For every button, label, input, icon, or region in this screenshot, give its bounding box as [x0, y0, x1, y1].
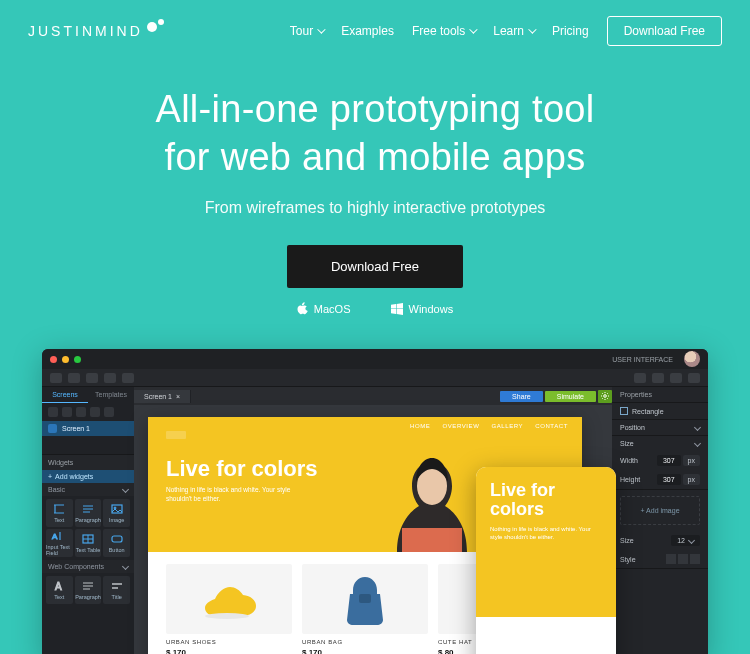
widget-table[interactable]: Text Table	[75, 529, 102, 557]
hero: All-in-one prototyping tool for web and …	[0, 86, 750, 315]
rectangle-icon	[620, 407, 628, 415]
toolbar-button[interactable]	[652, 373, 664, 383]
position-group[interactable]: Position	[612, 420, 708, 435]
apple-icon	[297, 302, 308, 315]
canvas-tab[interactable]: Screen 1 ×	[134, 390, 191, 403]
avatar[interactable]	[684, 351, 700, 367]
nav-pricing[interactable]: Pricing	[552, 24, 589, 38]
logo-dot-icon	[158, 19, 164, 25]
category-label: Web Components	[48, 563, 104, 570]
close-icon[interactable]	[50, 356, 57, 363]
site-nav-item[interactable]: OVERVIEW	[442, 423, 479, 429]
nav-examples[interactable]: Examples	[341, 24, 394, 38]
toolbar-button[interactable]	[86, 373, 98, 383]
product-card[interactable]: URBAN BAG $ 170	[302, 564, 428, 654]
size-group[interactable]: Size	[612, 436, 708, 451]
toolbar-button[interactable]	[122, 373, 134, 383]
screen-item[interactable]: Screen 1	[42, 421, 134, 436]
widget-text[interactable]: AText	[46, 576, 73, 604]
settings-button[interactable]	[598, 390, 612, 403]
add-image-button[interactable]: + Add image	[620, 496, 700, 525]
height-input[interactable]: 307	[657, 474, 681, 485]
chevron-down-icon	[469, 25, 477, 33]
widget-image[interactable]: Image	[103, 499, 130, 527]
toolbar-button[interactable]	[76, 407, 86, 417]
size-select[interactable]: 12	[671, 535, 700, 546]
style-button[interactable]	[666, 554, 676, 564]
hero-download-button[interactable]: Download Free	[287, 245, 463, 288]
svg-rect-0	[112, 505, 122, 513]
category-basic[interactable]: Basic	[42, 483, 134, 496]
width-input[interactable]: 307	[657, 455, 681, 466]
maximize-icon[interactable]	[74, 356, 81, 363]
toolbar-button[interactable]	[670, 373, 682, 383]
add-widgets-button[interactable]: + Add widgets	[42, 470, 134, 483]
field-label: Height	[620, 476, 640, 483]
widget-paragraph[interactable]: Paragraph	[75, 576, 102, 604]
style-button[interactable]	[678, 554, 688, 564]
widget-paragraph[interactable]: Paragraph	[75, 499, 102, 527]
widget-title[interactable]: Title	[103, 576, 130, 604]
download-free-button[interactable]: Download Free	[607, 16, 722, 46]
style-button[interactable]	[690, 554, 700, 564]
chevron-down-icon	[122, 563, 129, 570]
screen-label: Screen 1	[62, 425, 90, 432]
product-card[interactable]: URBAN SHOES $ 170	[166, 564, 292, 654]
canvas-tabbar: Screen 1 × Share Simulate	[134, 387, 612, 405]
app-toolbar	[42, 369, 708, 387]
platform-label: Windows	[409, 303, 454, 315]
unit-select[interactable]: px	[683, 455, 700, 466]
unit-select[interactable]: px	[683, 474, 700, 485]
tab-templates[interactable]: Templates	[88, 387, 134, 403]
nav-label: Free tools	[412, 24, 465, 38]
simulate-button[interactable]: Simulate	[545, 391, 596, 402]
nav-learn[interactable]: Learn	[493, 24, 534, 38]
site-nav-item[interactable]: CONTACT	[535, 423, 568, 429]
toolbar-button[interactable]	[62, 407, 72, 417]
nav-free-tools[interactable]: Free tools	[412, 24, 475, 38]
svg-rect-10	[359, 594, 371, 603]
site-nav-item[interactable]: HOME	[410, 423, 430, 429]
screen-toolbar	[42, 403, 134, 421]
toolbar-button[interactable]	[68, 373, 80, 383]
gear-icon	[601, 392, 609, 400]
properties-panel: Properties Rectangle Position Size Width…	[612, 387, 708, 654]
group-label: Size	[620, 440, 634, 447]
phone-hero: Live for colors Nothing in life is black…	[476, 467, 616, 617]
toolbar-button[interactable]	[688, 373, 700, 383]
product-image	[302, 564, 428, 634]
category-label: Basic	[48, 486, 65, 493]
model-image	[372, 432, 492, 552]
phone-headline: Live for colors	[490, 481, 602, 519]
product-name: URBAN SHOES	[166, 639, 292, 645]
product-name: URBAN BAG	[302, 639, 428, 645]
share-button[interactable]: Share	[500, 391, 543, 402]
category-web-components[interactable]: Web Components	[42, 560, 134, 573]
widgets-header: Widgets	[42, 454, 134, 470]
toolbar-button[interactable]	[634, 373, 646, 383]
nav-tour[interactable]: Tour	[290, 24, 323, 38]
group-label: Position	[620, 424, 645, 431]
logo[interactable]: JUSTINMIND	[28, 23, 164, 39]
toolbar-button[interactable]	[104, 407, 114, 417]
minimize-icon[interactable]	[62, 356, 69, 363]
app-screenshot: USER INTERFACE Screens Templates	[42, 349, 708, 654]
widget-input[interactable]: AInput Text Field	[46, 529, 73, 557]
tab-screens[interactable]: Screens	[42, 387, 88, 403]
toolbar-button[interactable]	[48, 407, 58, 417]
canvas-area: Screen 1 × Share Simulate HOME OVERVIEW	[134, 387, 612, 654]
toolbar-button[interactable]	[104, 373, 116, 383]
primary-nav: Tour Examples Free tools Learn Pricing D…	[290, 16, 722, 46]
toolbar-button[interactable]	[50, 373, 62, 383]
phone-artboard[interactable]: Live for colors Nothing in life is black…	[476, 467, 616, 654]
widget-text[interactable]: Text	[46, 499, 73, 527]
site-nav-item[interactable]: GALLERY	[491, 423, 523, 429]
basic-widgets-grid: Text Paragraph Image AInput Text Field T…	[42, 496, 134, 560]
widget-button[interactable]: Button	[103, 529, 130, 557]
platform-mac[interactable]: MacOS	[297, 302, 351, 315]
platform-windows[interactable]: Windows	[391, 303, 454, 315]
nav-label: Pricing	[552, 24, 589, 38]
chevron-down-icon	[694, 424, 701, 431]
nav-label: Examples	[341, 24, 394, 38]
toolbar-button[interactable]	[90, 407, 100, 417]
